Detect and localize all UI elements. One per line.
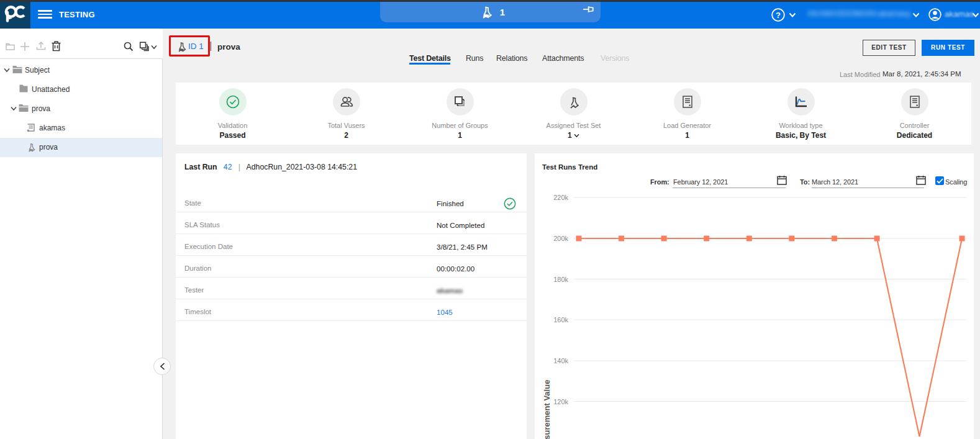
svg-text:180k: 180k (553, 276, 568, 283)
svg-text:200k: 200k (553, 235, 568, 242)
svg-text:140k: 140k (553, 357, 568, 364)
svg-text:120k: 120k (553, 398, 568, 405)
svg-text:?: ? (776, 11, 781, 20)
svg-text:160k: 160k (553, 316, 568, 324)
svg-text:220k: 220k (553, 194, 568, 201)
